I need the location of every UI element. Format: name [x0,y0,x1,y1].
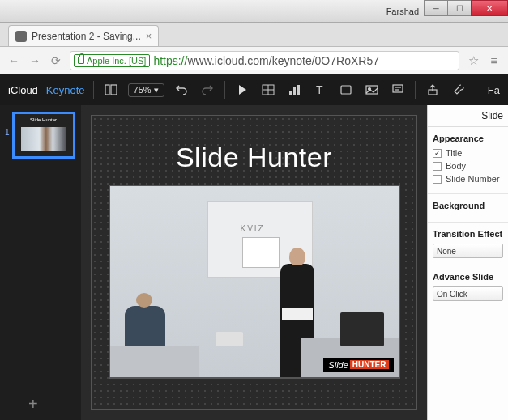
slide-canvas-wrap: Slide Hunter KVIZ Slide HUNTER [81,105,427,420]
share-button[interactable] [424,81,442,99]
slide-thumbnail-image [21,127,66,151]
svg-rect-6 [293,87,296,95]
chevron-down-icon: ▾ [154,85,159,95]
redo-button[interactable] [199,81,216,99]
url-protocol: https:// [153,54,187,67]
brand-icloud: iCloud [8,84,38,96]
slide-thumbnail[interactable]: Slide Hunter [12,112,75,159]
slide-canvas[interactable]: Slide Hunter KVIZ Slide HUNTER [91,115,417,410]
checkbox-slidenumber[interactable] [433,175,442,184]
window-close-button[interactable]: ✕ [471,0,508,16]
svg-text:T: T [316,83,323,96]
address-bar[interactable]: Apple Inc. [US] https:// www.icloud.com/… [70,51,459,70]
add-slide-button[interactable]: + [28,395,38,414]
ssl-org-label: Apple Inc. [US] [87,56,146,66]
slide-title-text[interactable]: Slide Hunter [176,142,332,173]
media-button[interactable] [363,81,381,99]
svg-rect-12 [393,85,403,92]
slide-thumbnail-number: 1 [5,128,10,137]
svg-rect-5 [289,91,292,95]
bookmark-star-icon[interactable]: ☆ [466,53,480,68]
window-controls: ─ ☐ ✕ [425,0,508,16]
watermark-text-b: HUNTER [350,360,389,369]
content-area: 1 Slide Hunter + Slide Hunter KVIZ [0,105,508,420]
window-titlebar: Farshad ─ ☐ ✕ [0,0,508,23]
lock-icon [78,57,84,64]
advance-heading: Advance Slide [433,272,503,282]
checkbox-row-body[interactable]: Body [433,161,503,171]
checkbox-row-slidenumber[interactable]: Slide Number [433,174,503,184]
photo-desk [110,346,199,377]
checkbox-title[interactable] [433,149,442,158]
photo-monitor [340,312,384,346]
panel-tab-slide[interactable]: Slide [428,105,508,127]
tab-favicon-icon [15,31,27,42]
svg-rect-1 [111,85,117,95]
slide-image[interactable]: KVIZ Slide HUNTER [109,185,400,379]
text-button[interactable]: T [311,81,329,99]
window-minimize-button[interactable]: ─ [424,0,448,16]
url-path: www.icloud.com/keynote/0O7RoXR57 [187,54,379,67]
window-maximize-button[interactable]: ☐ [447,0,472,16]
panel-section-appearance: Appearance Title Body Slide Number [428,127,508,194]
panel-section-background: Background [428,194,508,223]
ssl-badge[interactable]: Apple Inc. [US] [74,54,150,67]
browser-tab[interactable]: Presentation 2 - Saving... × [8,25,159,46]
format-panel: Slide Appearance Title Body Slide Number… [427,105,508,420]
svg-rect-9 [341,86,351,94]
shape-button[interactable] [337,81,355,99]
nav-forward-button[interactable]: → [28,53,42,68]
slide: Slide Hunter KVIZ Slide HUNTER [96,134,412,392]
checkbox-slidenumber-label: Slide Number [446,174,500,184]
checkbox-body-label: Body [446,161,466,171]
tab-title: Presentation 2 - Saving... [32,31,141,42]
watermark-text-a: Slide [328,360,348,370]
comment-button[interactable] [389,81,407,99]
browser-toolbar: ← → ⟳ Apple Inc. [US] https:// www.iclou… [0,47,508,74]
advance-value: On Click [437,290,467,299]
advance-select[interactable]: On Click [433,286,503,301]
chart-button[interactable] [285,81,303,99]
tools-button[interactable] [450,81,467,99]
table-button[interactable] [259,81,277,99]
slide-navigator: 1 Slide Hunter + [0,105,81,420]
nav-back-button[interactable]: ← [6,53,21,68]
photo-projector [216,332,243,346]
photo-whiteboard-doc [242,237,280,268]
watermark-badge: Slide HUNTER [323,358,393,372]
toolbar-separator [93,81,94,99]
view-mode-button[interactable] [102,81,120,99]
toolbar-right-label: Fa [488,84,500,96]
background-heading: Background [433,201,503,210]
undo-button[interactable] [173,81,190,99]
transition-value: None [437,247,456,256]
photo-whiteboard-text: KVIZ [241,224,265,233]
checkbox-row-title[interactable]: Title [433,148,503,158]
transition-heading: Transition Effect [433,229,503,239]
chrome-menu-icon[interactable]: ≡ [487,53,502,67]
slide-thumbnail-title: Slide Hunter [15,117,73,122]
window-user-label: Farshad [386,6,419,16]
slide-thumbnail-row[interactable]: 1 Slide Hunter [5,112,76,159]
keynote-toolbar: iCloud Keynote 75%▾ T Fa [0,74,508,105]
svg-rect-0 [105,85,109,95]
transition-select[interactable]: None [433,244,503,258]
zoom-value: 75% [134,85,152,95]
toolbar-separator [415,81,416,99]
panel-section-advance: Advance Slide On Click [428,265,508,308]
svg-rect-7 [297,85,300,95]
tab-close-icon[interactable]: × [146,30,152,42]
appearance-heading: Appearance [433,134,503,143]
brand-keynote: Keynote [46,84,85,96]
nav-reload-button[interactable]: ⟳ [49,53,63,68]
zoom-select[interactable]: 75%▾ [128,83,164,97]
panel-section-transition: Transition Effect None [428,223,508,265]
toolbar-separator [224,81,225,99]
play-button[interactable] [233,81,251,99]
browser-tabstrip: Presentation 2 - Saving... × [0,23,508,47]
checkbox-title-label: Title [446,148,462,158]
checkbox-body[interactable] [433,162,442,171]
